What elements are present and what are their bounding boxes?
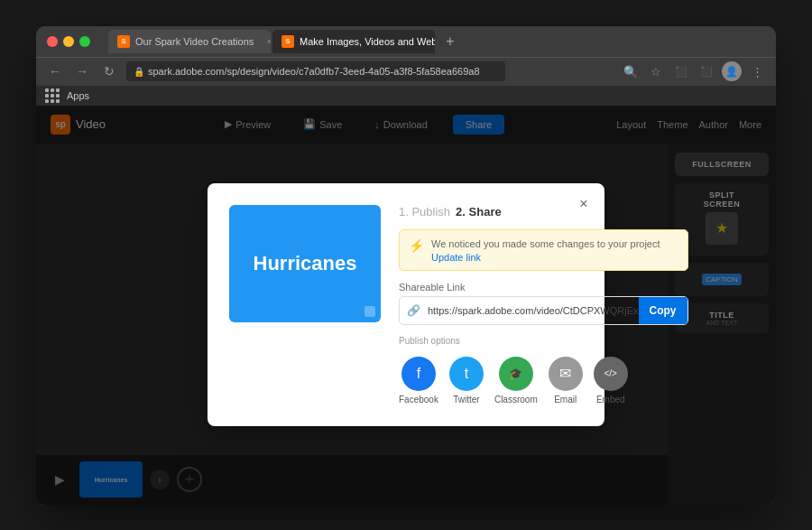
social-sharing-row: f Facebook t Twitter 🎓 <box>399 357 688 404</box>
browser-addressbar: ← → ↻ 🔒 spark.adobe.com/sp/design/video/… <box>36 57 776 86</box>
lightning-icon: ⚡ <box>409 238 424 253</box>
step2-label[interactable]: 2. Share <box>456 205 502 219</box>
notification-bar: ⚡ We noticed you made some changes to yo… <box>399 229 688 270</box>
notification-content: We noticed you made some changes to your… <box>431 237 660 262</box>
publish-options-label: Publish options <box>399 336 688 346</box>
extensions-icon[interactable]: ⬛ <box>671 61 691 81</box>
facebook-icon: f <box>401 357 436 391</box>
browser-content: sp Video ▶ Preview 💾 Save ↓ Download <box>36 106 776 505</box>
address-bar[interactable]: 🔒 spark.adobe.com/sp/design/video/c7a0df… <box>126 61 505 81</box>
facebook-label: Facebook <box>399 395 438 404</box>
copy-button[interactable]: Copy <box>639 296 687 325</box>
shareable-label: Shareable Link <box>399 282 688 293</box>
tab-favicon-creations: S <box>117 35 130 48</box>
twitter-label: Twitter <box>453 395 479 404</box>
publish-options-section: Publish options <box>399 336 688 346</box>
menu-icon[interactable]: ⋮ <box>747 61 767 81</box>
modal-right: 1. Publish 2. Share ⚡ We noticed you mad… <box>399 205 688 404</box>
preview-title: Hurricanes <box>254 252 357 275</box>
social-item-twitter[interactable]: t Twitter <box>449 357 484 404</box>
address-bar-icons: 🔍 ☆ ⬛ ⬛ 👤 ⋮ <box>621 61 767 81</box>
social-item-classroom[interactable]: 🎓 Classroom <box>494 357 538 404</box>
browser-tabs: S Our Spark Video Creations × S Make Ima… <box>108 30 765 53</box>
email-label: Email <box>554 395 577 404</box>
search-icon[interactable]: 🔍 <box>621 61 641 81</box>
tab-spark-creations[interactable]: S Our Spark Video Creations × <box>108 30 271 53</box>
email-icon: ✉ <box>549 357 583 391</box>
tab-favicon-active: S <box>281 35 294 48</box>
social-item-email[interactable]: ✉ Email <box>549 357 583 404</box>
extension2-icon[interactable]: ⬛ <box>697 61 716 81</box>
back-button[interactable]: ← <box>45 61 65 81</box>
modal-overlay[interactable]: × Hurricanes 1. Publish 2. Share <box>36 106 776 505</box>
apps-label[interactable]: Apps <box>45 88 89 103</box>
update-link[interactable]: Update link <box>431 252 660 263</box>
social-item-facebook[interactable]: f Facebook <box>399 357 438 404</box>
profile-avatar[interactable]: 👤 <box>722 61 742 81</box>
link-icon: 🔗 <box>400 304 428 317</box>
social-item-embed[interactable]: </> Embed <box>594 357 628 404</box>
notification-text: We noticed you made some changes to your… <box>431 237 660 251</box>
apps-grid-icon <box>45 88 60 103</box>
embed-icon: </> <box>594 357 628 391</box>
tab-close-creations[interactable]: × <box>263 35 271 48</box>
refresh-button[interactable]: ↻ <box>99 61 119 81</box>
apps-bar: Apps <box>36 86 776 106</box>
forward-button[interactable]: → <box>72 61 92 81</box>
embed-label: Embed <box>596 395 625 404</box>
lock-icon: 🔒 <box>134 67 144 77</box>
browser-window: S Our Spark Video Creations × S Make Ima… <box>36 26 776 505</box>
modal-steps: 1. Publish 2. Share <box>399 205 688 219</box>
link-url-text: https://spark.adobe.com/video/CtDCPXWQRj… <box>428 305 639 316</box>
browser-titlebar: S Our Spark Video Creations × S Make Ima… <box>36 26 776 57</box>
classroom-icon: 🎓 <box>499 357 533 391</box>
tab-active-label: Make Images, Videos and Web... <box>300 36 435 47</box>
new-tab-button[interactable]: + <box>440 32 460 51</box>
modal-left: Hurricanes <box>229 205 381 404</box>
minimize-window-button[interactable] <box>63 36 74 47</box>
step1-label: 1. Publish <box>399 205 450 219</box>
address-text: spark.adobe.com/sp/design/video/c7a0dfb7… <box>148 66 480 77</box>
shareable-section: Shareable Link 🔗 https://spark.adobe.com… <box>399 282 688 325</box>
shareable-input-row: 🔗 https://spark.adobe.com/video/CtDCPXWQ… <box>399 296 688 325</box>
tab-spark-active[interactable]: S Make Images, Videos and Web... × <box>272 30 435 53</box>
classroom-label: Classroom <box>494 395 538 404</box>
bookmark-icon[interactable]: ☆ <box>646 61 666 81</box>
tab-creations-label: Our Spark Video Creations <box>135 36 254 47</box>
traffic-lights <box>47 36 90 47</box>
twitter-icon: t <box>449 357 484 391</box>
close-window-button[interactable] <box>47 36 58 47</box>
maximize-window-button[interactable] <box>79 36 90 47</box>
preview-corner-decoration <box>364 306 375 317</box>
modal-preview-card: Hurricanes <box>229 205 381 322</box>
share-modal: × Hurricanes 1. Publish 2. Share <box>208 183 604 425</box>
